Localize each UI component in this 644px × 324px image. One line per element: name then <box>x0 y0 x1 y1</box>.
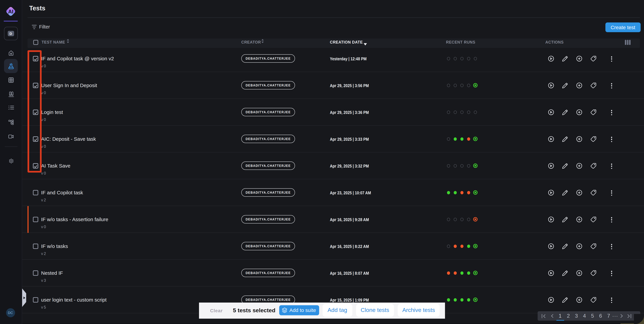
svg-text:AI: AI <box>8 9 14 14</box>
